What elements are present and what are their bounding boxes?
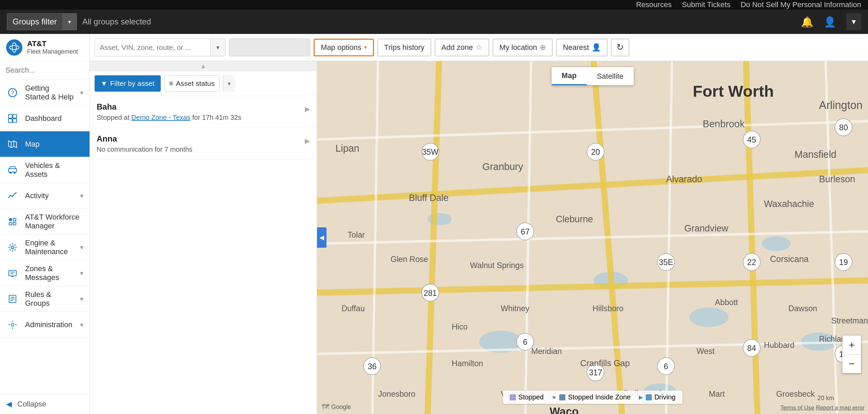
sidebar-item-administration[interactable]: Administration ▾ — [0, 312, 90, 338]
svg-rect-15 — [9, 218, 12, 221]
stopped-zone-dot — [559, 394, 565, 400]
trips-history-label: Trips history — [384, 43, 425, 52]
asset-panel: ▲ ▼ Filter by asset ≡ Asset status ▾ — [90, 61, 317, 414]
nearest-button[interactable]: Nearest 👤 — [556, 39, 608, 56]
sidebar: AT&T Fleet Management ? Getting Started … — [0, 34, 90, 414]
my-location-target-icon: ⊕ — [540, 43, 546, 52]
svg-text:Lipan: Lipan — [335, 143, 359, 154]
map-terms: Terms of Use Report a map error — [781, 404, 865, 411]
asset-search-dropdown-button[interactable]: ▾ — [210, 39, 225, 56]
zoom-out-button[interactable]: − — [842, 354, 861, 373]
sidebar-item-vehicles[interactable]: Vehicles & Assets — [0, 157, 90, 183]
groups-filter-arrow-icon: ▾ — [62, 14, 77, 30]
svg-point-19 — [11, 246, 14, 249]
asset-status-button[interactable]: ≡ Asset status — [164, 75, 220, 92]
map-view-toggle: Map Satellite — [551, 67, 633, 85]
zones-icon — [6, 267, 19, 280]
svg-text:Dawson: Dawson — [788, 304, 817, 313]
user-dropdown-name: ▾ — [852, 17, 856, 26]
svg-text:45: 45 — [747, 135, 756, 144]
svg-text:Whitney: Whitney — [501, 304, 530, 313]
trips-history-button[interactable]: Trips history — [377, 39, 431, 56]
groups-bar: Groups filter ▾ All groups selected 🔔 👤 … — [0, 10, 868, 34]
map-legend: Stopped ★ Stopped Inside Zone ▶ Driving — [503, 391, 682, 404]
svg-text:Walnut Springs: Walnut Springs — [470, 261, 524, 270]
svg-text:Streetman: Streetman — [831, 316, 868, 325]
sidebar-item-engine[interactable]: Engine & Maintenance ▾ — [0, 234, 90, 260]
svg-text:Mart: Mart — [709, 390, 725, 398]
map-options-button[interactable]: Map options ▾ — [314, 39, 374, 56]
groups-filter-button[interactable]: Groups filter ▾ — [7, 13, 77, 30]
report-error-link[interactable]: Report a map error — [816, 404, 865, 411]
my-location-label: My location — [499, 43, 537, 52]
sidebar-collapse-button[interactable]: ◀ Collapse — [0, 394, 90, 414]
map-icon — [6, 138, 19, 151]
svg-text:Hillsboro: Hillsboro — [593, 304, 624, 313]
zoom-in-button[interactable]: + — [842, 335, 861, 354]
engine-label: Engine & Maintenance — [25, 239, 74, 256]
svg-text:20: 20 — [591, 148, 600, 156]
add-zone-button[interactable]: Add zone ☆ — [435, 39, 489, 56]
driving-arrow-icon: ▶ — [639, 394, 643, 400]
svg-text:Fort Worth: Fort Worth — [693, 82, 774, 100]
submit-tickets-link[interactable]: Submit Tickets — [682, 0, 730, 9]
sidebar-item-activity[interactable]: Activity ▾ — [0, 183, 90, 209]
sidebar-logo: AT&T Fleet Management — [0, 34, 90, 61]
content-area: ▾ Map options ▾ Trips history Add zone ☆… — [90, 34, 868, 414]
sidebar-item-zones[interactable]: Zones & Messages ▾ — [0, 260, 90, 286]
activity-chevron-icon: ▾ — [80, 192, 83, 200]
sort-icon: ≡ — [169, 79, 173, 88]
svg-text:Cleburne: Cleburne — [556, 214, 593, 224]
secondary-search-input[interactable] — [229, 39, 310, 56]
user-dropdown[interactable]: ▾ — [846, 13, 861, 30]
sidebar-item-map[interactable]: Map — [0, 131, 90, 157]
map-toggle-satellite-label: Satellite — [597, 72, 623, 80]
map-view[interactable]: 35W 20 45 80 281 67 35E 2 — [317, 61, 868, 414]
svg-text:Groesbeck: Groesbeck — [776, 390, 815, 398]
bell-icon: 🔔 — [801, 16, 813, 28]
nearest-label: Nearest — [563, 43, 589, 52]
svg-text:67: 67 — [521, 227, 530, 236]
baha-zone-link[interactable]: Demo Zone - Texas — [131, 114, 190, 121]
svg-rect-8 — [13, 119, 17, 123]
vehicles-label: Vehicles & Assets — [25, 161, 83, 179]
map-toggle-map-button[interactable]: Map — [551, 67, 587, 85]
sidebar-item-dashboard[interactable]: Dashboard — [0, 106, 90, 131]
stopped-dot — [510, 394, 516, 400]
user-profile-button[interactable]: 👤 — [824, 16, 836, 28]
filter-by-asset-button[interactable]: ▼ Filter by asset — [95, 75, 161, 92]
terms-link[interactable]: Terms of Use — [781, 404, 814, 411]
sidebar-search-input[interactable] — [5, 66, 84, 75]
rules-icon — [6, 293, 19, 305]
asset-item-baha[interactable]: Baha Stopped at Demo Zone - Texas for 17… — [90, 96, 317, 128]
collapse-panel-button[interactable]: ◀ — [317, 227, 327, 248]
resources-link[interactable]: Resources — [636, 0, 672, 9]
svg-rect-5 — [8, 114, 12, 118]
do-not-sell-link[interactable]: Do Not Sell My Personal Information — [741, 0, 861, 9]
refresh-button[interactable]: ↻ — [611, 39, 629, 56]
asset-search-input[interactable] — [95, 39, 210, 56]
svg-text:84: 84 — [747, 344, 756, 353]
svg-text:Burleson: Burleson — [819, 174, 855, 185]
asset-item-anna[interactable]: Anna No communication for 7 months ▶ — [90, 128, 317, 160]
svg-rect-6 — [13, 114, 17, 118]
map-options-label: Map options — [321, 43, 361, 52]
sidebar-item-rules[interactable]: Rules & Groups ▾ — [0, 286, 90, 312]
groups-bar-right: 🔔 👤 ▾ — [801, 13, 861, 30]
activity-icon — [6, 189, 19, 202]
svg-text:Mansfield: Mansfield — [794, 149, 836, 160]
svg-point-13 — [9, 172, 12, 174]
logo-text: AT&T Fleet Management — [27, 39, 78, 55]
driving-dot — [646, 394, 652, 400]
scroll-up-icon: ▲ — [200, 63, 206, 70]
my-location-button[interactable]: My location ⊕ — [493, 39, 553, 56]
svg-text:Waco: Waco — [550, 406, 578, 414]
svg-text:22: 22 — [747, 258, 756, 267]
sidebar-item-workforce[interactable]: AT&T Workforce Manager — [0, 209, 90, 234]
notification-button[interactable]: 🔔 — [801, 16, 813, 28]
administration-chevron-icon: ▾ — [80, 321, 83, 329]
engine-icon — [6, 241, 19, 254]
asset-status-dropdown-button[interactable]: ▾ — [223, 75, 235, 92]
map-toggle-satellite-button[interactable]: Satellite — [587, 67, 633, 85]
sidebar-item-getting-started[interactable]: ? Getting Started & Help ▾ — [0, 80, 90, 106]
